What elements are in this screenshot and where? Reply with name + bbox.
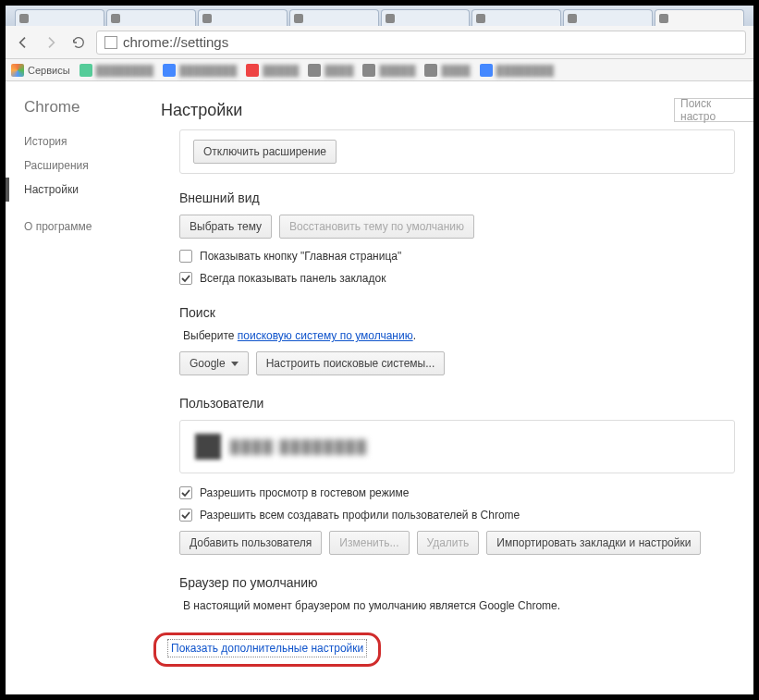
- browser-tab[interactable]: [106, 9, 196, 26]
- user-name: ████ ████████: [230, 439, 368, 454]
- browser-tab[interactable]: [563, 9, 653, 26]
- user-card[interactable]: ████ ████████: [179, 420, 735, 473]
- sidebar-item-settings[interactable]: Настройки: [6, 178, 152, 202]
- show-home-checkbox[interactable]: [179, 250, 192, 263]
- bookmark-item[interactable]: ████████: [480, 64, 554, 77]
- edit-user-button: Изменить...: [329, 531, 409, 555]
- reload-button[interactable]: [68, 32, 89, 53]
- allow-create-checkbox[interactable]: [179, 509, 192, 522]
- main-content: Настройки Поиск настро Отключить расшире…: [152, 81, 753, 694]
- browser-tab[interactable]: [15, 9, 104, 26]
- apps-button[interactable]: Сервисы: [11, 64, 70, 77]
- extension-box: Отключить расширение: [179, 129, 735, 174]
- sidebar-item-extensions[interactable]: Расширения: [6, 154, 152, 178]
- bookmark-item[interactable]: ████████: [163, 64, 237, 77]
- bookmark-item[interactable]: ████: [424, 64, 470, 77]
- tab-bar: [6, 6, 753, 26]
- show-bookmarks-checkbox[interactable]: [179, 272, 192, 285]
- caret-down-icon: [231, 362, 239, 366]
- browser-tab[interactable]: [198, 9, 288, 26]
- guest-mode-checkbox[interactable]: [179, 486, 192, 499]
- section-title-search: Поиск: [179, 305, 753, 320]
- back-button[interactable]: [13, 32, 33, 53]
- bookmark-item[interactable]: █████: [246, 64, 299, 77]
- bookmark-item[interactable]: ████: [308, 64, 353, 77]
- delete-user-button: Удалить: [417, 531, 480, 555]
- section-title-users: Пользователи: [179, 396, 753, 411]
- url-text: chrome://settings: [123, 34, 228, 50]
- section-title-appearance: Внешний вид: [179, 190, 753, 205]
- default-search-link[interactable]: поисковую систему по умолчанию: [238, 329, 413, 342]
- avatar: [195, 434, 221, 460]
- highlight-ring: Показать дополнительные настройки: [153, 632, 381, 667]
- browser-tab[interactable]: [381, 9, 471, 26]
- bookmark-item[interactable]: █████: [362, 64, 415, 77]
- show-advanced-link[interactable]: Показать дополнительные настройки: [167, 639, 367, 657]
- add-user-button[interactable]: Добавить пользователя: [179, 531, 322, 555]
- section-title-default-browser: Браузер по умолчанию: [179, 575, 753, 590]
- sidebar-item-about[interactable]: О программе: [6, 215, 152, 239]
- reset-theme-button: Восстановить тему по умолчанию: [279, 215, 474, 239]
- search-section: Поиск Выберите поисковую систему по умол…: [179, 305, 753, 375]
- forward-button[interactable]: [41, 32, 61, 53]
- disable-extension-button[interactable]: Отключить расширение: [193, 140, 337, 164]
- bookmark-item[interactable]: ████████: [80, 64, 153, 77]
- nav-toolbar: chrome://settings: [6, 26, 753, 59]
- browser-tab-active[interactable]: [655, 9, 744, 26]
- default-browser-desc: В настоящий момент браузером по умолчани…: [183, 599, 753, 612]
- appearance-section: Внешний вид Выбрать тему Восстановить те…: [179, 190, 753, 285]
- show-bookmarks-label: Всегда показывать панель закладок: [200, 272, 386, 285]
- show-home-label: Показывать кнопку "Главная страница": [200, 250, 401, 263]
- bookmarks-bar: Сервисы ████████ ████████ █████ ████ ███…: [6, 59, 753, 81]
- address-bar[interactable]: chrome://settings: [96, 31, 746, 55]
- guest-mode-label: Разрешить просмотр в гостевом режиме: [200, 486, 409, 499]
- settings-search[interactable]: Поиск настро: [674, 98, 753, 122]
- import-button[interactable]: Импортировать закладки и настройки: [486, 531, 701, 555]
- sidebar: Chrome История Расширения Настройки О пр…: [6, 81, 152, 694]
- default-browser-section: Браузер по умолчанию В настоящий момент …: [179, 575, 753, 612]
- browser-tab[interactable]: [289, 9, 379, 26]
- users-section: Пользователи ████ ████████ Разрешить про…: [179, 396, 753, 555]
- browser-tab[interactable]: [471, 9, 561, 26]
- allow-create-label: Разрешить всем создавать профили пользов…: [200, 509, 520, 522]
- sidebar-item-history[interactable]: История: [6, 129, 152, 154]
- manage-search-button[interactable]: Настроить поисковые системы...: [256, 351, 446, 375]
- page-title: Настройки: [161, 101, 674, 120]
- choose-theme-button[interactable]: Выбрать тему: [179, 215, 272, 239]
- sidebar-title: Chrome: [6, 98, 152, 129]
- page-icon: [104, 36, 117, 49]
- search-engine-select[interactable]: Google: [179, 351, 249, 375]
